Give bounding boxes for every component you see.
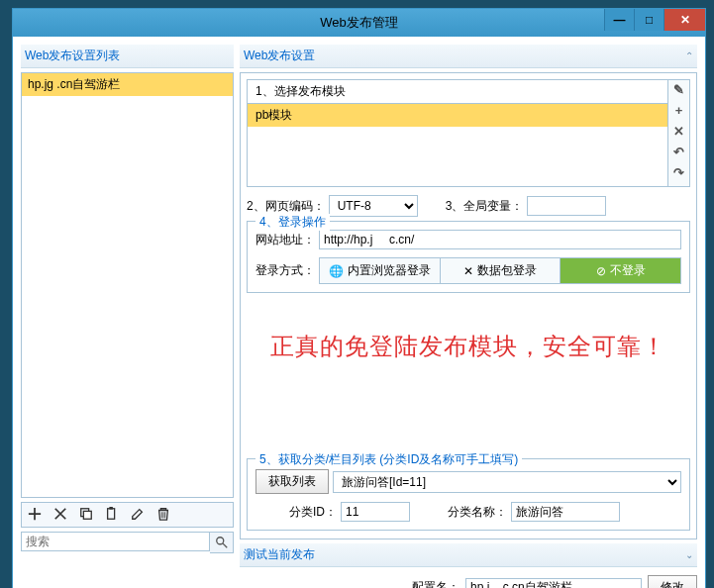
category-select[interactable]: 旅游问答[Id=11] xyxy=(333,471,681,493)
trash-icon[interactable] xyxy=(156,507,172,523)
module-list: 1、选择发布模块 pb模块 xyxy=(248,80,667,186)
search-button[interactable] xyxy=(210,532,234,553)
add-icon[interactable] xyxy=(28,507,44,523)
module-redo-icon[interactable]: ↷ xyxy=(673,165,684,180)
test-panel-title[interactable]: 测试当前发布 ⌄ xyxy=(240,543,697,567)
module-item[interactable]: pb模块 xyxy=(248,104,667,127)
copy-icon[interactable] xyxy=(79,507,95,523)
login-buttons: 🌐内置浏览器登录 ✕数据包登录 ⊘不登录 xyxy=(319,257,681,284)
category-name-label: 分类名称： xyxy=(448,504,507,521)
close-button[interactable]: ✕ xyxy=(663,9,705,31)
window-controls: — □ ✕ xyxy=(604,9,705,31)
module-delete-icon[interactable]: ✕ xyxy=(673,124,684,139)
left-panel-title: Web发布设置列表 xyxy=(21,45,234,68)
config-name-input[interactable] xyxy=(465,578,642,589)
svg-point-4 xyxy=(216,538,223,544)
block-icon: ⊘ xyxy=(596,264,606,278)
paste-icon[interactable] xyxy=(105,507,121,523)
url-input[interactable] xyxy=(319,230,681,249)
category-section-label: 5、获取分类/栏目列表 (分类ID及名称可手工填写) xyxy=(255,451,522,468)
globe-icon: 🌐 xyxy=(329,264,344,278)
main-window: Web发布管理 — □ ✕ Web发布设置列表 hp.jg .cn自驾游栏 xyxy=(12,8,706,588)
fetch-list-button[interactable]: 获取列表 xyxy=(255,469,329,494)
expand-icon[interactable]: ⌄ xyxy=(685,549,693,560)
window-body: Web发布设置列表 hp.jg .cn自驾游栏 Web发布设置 ⌃ xyxy=(13,37,705,588)
settings-body: 1、选择发布模块 pb模块 ✎ + ✕ ↶ ↷ 2、网页编码： UTF-8 xyxy=(240,72,697,539)
left-panel: Web发布设置列表 hp.jg .cn自驾游栏 xyxy=(21,45,234,588)
config-row: 配置名： 修改 xyxy=(240,575,697,588)
login-browser-button[interactable]: 🌐内置浏览器登录 xyxy=(320,258,441,283)
modify-button[interactable]: 修改 xyxy=(648,575,697,588)
right-panel: Web发布设置 ⌃ 1、选择发布模块 pb模块 ✎ + ✕ ↶ ↷ xyxy=(240,45,697,588)
svg-rect-3 xyxy=(109,507,113,510)
overlay-message: 正真的免登陆发布模块，安全可靠！ xyxy=(260,331,676,362)
test-title-text: 测试当前发布 xyxy=(244,546,315,563)
url-label: 网站地址： xyxy=(255,232,315,248)
svg-rect-1 xyxy=(83,511,91,519)
window-title: Web发布管理 xyxy=(320,14,398,32)
category-id-label: 分类ID： xyxy=(289,504,337,521)
settings-list[interactable]: hp.jg .cn自驾游栏 xyxy=(21,72,234,498)
category-fieldset: 5、获取分类/栏目列表 (分类ID及名称可手工填写) 获取列表 旅游问答[Id=… xyxy=(247,458,690,531)
svg-rect-2 xyxy=(108,509,115,520)
global-var-label: 3、全局变量： xyxy=(446,198,524,215)
right-title-text: Web发布设置 xyxy=(244,48,315,64)
list-toolbar xyxy=(21,502,234,528)
module-header: 1、选择发布模块 xyxy=(248,80,667,104)
search-row xyxy=(21,532,234,553)
left-title-text: Web发布设置列表 xyxy=(25,48,120,64)
encoding-label: 2、网页编码： xyxy=(247,198,325,215)
login-section-label: 4、登录操作 xyxy=(255,214,330,231)
config-label: 配置名： xyxy=(412,579,459,588)
delete-icon[interactable] xyxy=(53,507,69,523)
module-add-icon[interactable]: + xyxy=(675,103,683,118)
module-undo-icon[interactable]: ↶ xyxy=(673,145,684,159)
global-var-input[interactable] xyxy=(527,196,606,216)
login-fieldset: 4、登录操作 网站地址： 登录方式： 🌐内置浏览器登录 ✕数据包登录 ⊘不登录 xyxy=(247,221,690,293)
login-method-label: 登录方式： xyxy=(255,262,315,279)
minimize-button[interactable]: — xyxy=(604,9,634,31)
module-edit-icon[interactable]: ✎ xyxy=(673,82,684,97)
maximize-button[interactable]: □ xyxy=(634,9,663,31)
login-packet-button[interactable]: ✕数据包登录 xyxy=(441,258,561,283)
login-none-button[interactable]: ⊘不登录 xyxy=(561,258,680,283)
category-id-input[interactable] xyxy=(341,502,410,522)
module-section: 1、选择发布模块 pb模块 ✎ + ✕ ↶ ↷ xyxy=(247,79,690,187)
titlebar: Web发布管理 — □ ✕ xyxy=(13,9,705,37)
module-empty xyxy=(248,127,667,186)
module-toolbar: ✎ + ✕ ↶ ↷ xyxy=(667,80,689,186)
right-panel-title[interactable]: Web发布设置 ⌃ xyxy=(240,45,697,68)
edit-icon[interactable] xyxy=(131,507,147,523)
shuffle-icon: ✕ xyxy=(463,264,473,278)
category-name-input[interactable] xyxy=(511,502,620,522)
encoding-select[interactable]: UTF-8 xyxy=(329,195,418,217)
collapse-icon[interactable]: ⌃ xyxy=(685,50,693,61)
list-item[interactable]: hp.jg .cn自驾游栏 xyxy=(22,73,233,96)
search-input[interactable] xyxy=(21,532,210,551)
